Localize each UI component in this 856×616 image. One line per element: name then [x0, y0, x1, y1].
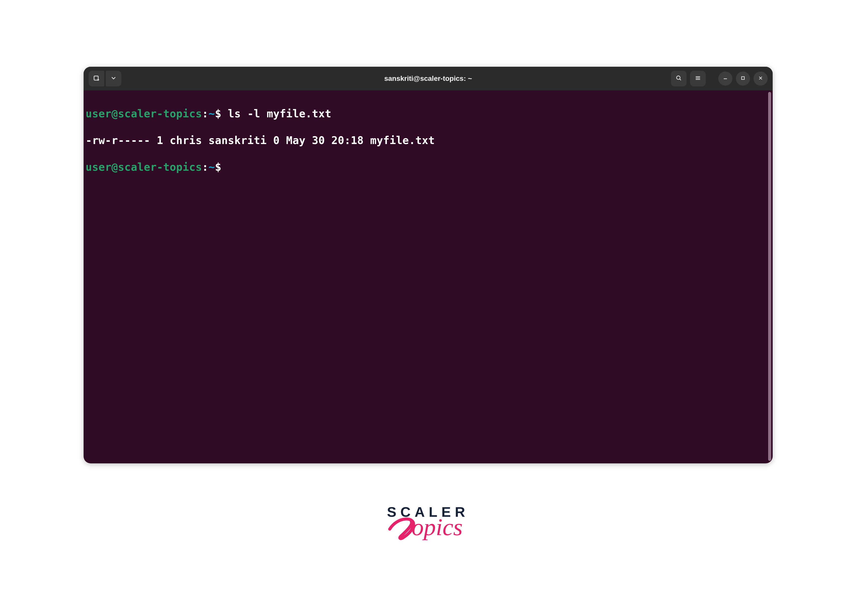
titlebar-left-controls: [89, 71, 122, 86]
prompt-user-host: user@scaler-topics: [86, 108, 202, 120]
terminal-line-1: user@scaler-topics:~$ ls -l myfile.txt: [86, 107, 773, 121]
prompt-cwd: ~: [208, 108, 215, 120]
svg-line-4: [679, 79, 681, 80]
prompt-cwd: ~: [208, 161, 215, 173]
prompt-symbol: $: [215, 108, 222, 120]
minimize-icon: [722, 75, 728, 82]
hamburger-menu-icon: [694, 75, 701, 82]
titlebar-right-controls: [671, 71, 768, 86]
hamburger-menu-button[interactable]: [690, 71, 706, 86]
tab-dropdown-button[interactable]: [106, 71, 122, 86]
new-tab-icon: [93, 74, 100, 83]
maximize-button[interactable]: [736, 71, 750, 86]
brand-topics-glyphs: opics: [412, 514, 463, 541]
terminal-line-2: -rw-r----- 1 chris sanskriti 0 May 30 20…: [86, 134, 773, 147]
new-tab-button[interactable]: [89, 71, 104, 86]
close-button[interactable]: [754, 71, 768, 86]
prompt-symbol: $: [215, 161, 222, 173]
titlebar: sanskriti@scaler-topics: ~: [83, 67, 773, 91]
prompt-colon: :: [202, 108, 208, 120]
close-icon: [758, 75, 764, 82]
window-title: sanskriti@scaler-topics: ~: [83, 74, 773, 83]
terminal-body[interactable]: user@scaler-topics:~$ ls -l myfile.txt -…: [83, 91, 773, 200]
svg-rect-9: [742, 77, 744, 80]
prompt-colon: :: [202, 161, 208, 173]
terminal-window: sanskriti@scaler-topics: ~: [83, 67, 773, 464]
terminal-line-3: user@scaler-topics:~$: [86, 161, 773, 174]
search-button[interactable]: [671, 71, 687, 86]
command-text: ls -l myfile.txt: [228, 108, 331, 120]
maximize-icon: [740, 75, 746, 82]
terminal-scrollbar[interactable]: [768, 92, 771, 461]
brand-logo: SCALER opics: [0, 504, 856, 552]
prompt-user-host: user@scaler-topics: [86, 161, 202, 173]
svg-point-3: [676, 76, 680, 79]
minimize-button[interactable]: [718, 71, 732, 86]
search-icon: [676, 75, 682, 82]
chevron-down-icon: [110, 74, 117, 83]
brand-topics-text: opics: [388, 514, 468, 552]
